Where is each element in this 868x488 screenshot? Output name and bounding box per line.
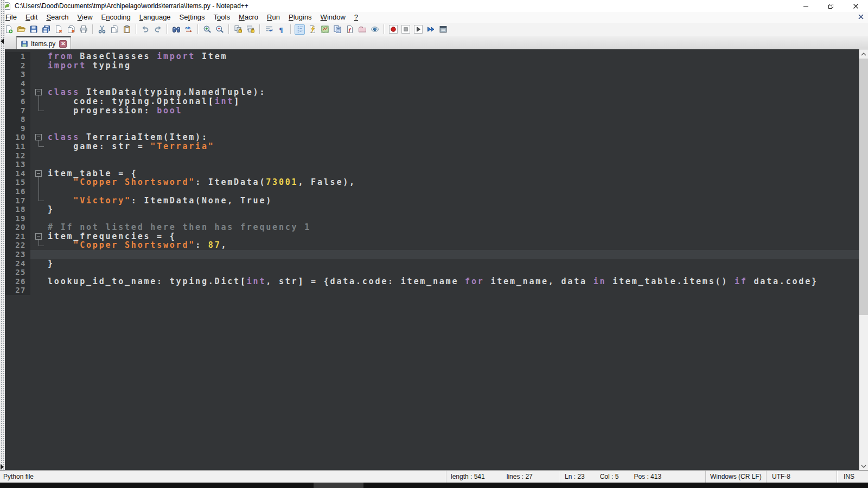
close-all-icon[interactable] (66, 24, 76, 35)
fold-margin-cell (30, 223, 48, 232)
code-line-5[interactable]: 5class ItemData(typing.NamedTuple): (5, 88, 859, 97)
code-line-3[interactable]: 3 (5, 70, 859, 79)
scrollbar-up-icon[interactable] (859, 49, 868, 59)
sync-scroll-horizontal-icon[interactable] (245, 24, 256, 35)
scrollbar-down-icon[interactable] (859, 461, 868, 471)
code-line-14[interactable]: 14item_table = { (5, 169, 859, 178)
show-all-characters-icon[interactable]: ¶ (276, 24, 286, 35)
find-icon[interactable] (171, 24, 181, 35)
menu-view[interactable]: View (73, 12, 97, 23)
code-line-15[interactable]: 15 "Copper Shortsword": ItemData(73001, … (5, 178, 859, 187)
tab-close-icon[interactable]: ✕ (59, 40, 67, 48)
fold-collapse-icon[interactable] (35, 89, 42, 95)
code-line-24[interactable]: 24} (5, 259, 859, 268)
fold-collapse-icon[interactable] (35, 170, 42, 177)
code-line-20[interactable]: 20# If not listed here then has frequenc… (5, 223, 859, 232)
code-line-16[interactable]: 16 (5, 187, 859, 196)
fold-margin-cell[interactable] (30, 88, 48, 97)
code-line-8[interactable]: 8 (5, 115, 859, 124)
monitoring-icon[interactable] (369, 24, 380, 35)
code-line-7[interactable]: 7 progression: bool (5, 106, 859, 115)
macro-stop-icon[interactable] (400, 24, 411, 35)
open-file-icon[interactable] (16, 24, 26, 35)
zoom-in-icon[interactable] (202, 24, 212, 35)
tab-items-py[interactable]: Items.py ✕ (16, 36, 71, 50)
fold-collapse-icon[interactable] (35, 233, 42, 240)
save-file-icon[interactable] (28, 24, 39, 35)
code-line-9[interactable]: 9 (5, 124, 859, 133)
fold-margin-cell[interactable] (30, 232, 48, 241)
status-pos: Pos : 413 (634, 473, 661, 480)
redo-icon[interactable] (152, 24, 163, 35)
print-icon[interactable] (78, 24, 88, 35)
close-button[interactable] (843, 0, 868, 12)
restore-button[interactable] (818, 0, 843, 12)
macro-run-multiple-icon[interactable] (425, 24, 436, 35)
minimize-button[interactable] (793, 0, 818, 12)
code-line-13[interactable]: 13 (5, 160, 859, 169)
paste-icon[interactable] (122, 24, 132, 35)
code-text (48, 250, 859, 259)
word-wrap-icon[interactable] (264, 24, 274, 35)
document-close-icon[interactable] (857, 13, 865, 21)
code-line-12[interactable]: 12 (5, 151, 859, 160)
code-line-11[interactable]: 11 game: str = "Terraria" (5, 142, 859, 151)
grip-arrow-left-icon[interactable] (1, 38, 4, 44)
code-line-18[interactable]: 18} (5, 205, 859, 214)
menu-settings[interactable]: Settings (175, 12, 209, 23)
function-list-icon[interactable]: f (344, 24, 355, 35)
code-line-17[interactable]: 17 "Victory": ItemData(None, True) (5, 196, 859, 206)
menu-help[interactable]: ? (350, 12, 362, 23)
zoom-out-icon[interactable] (214, 24, 225, 35)
menu-window[interactable]: Window (316, 12, 350, 23)
code-line-23[interactable]: 23 (5, 250, 859, 259)
menu-tools[interactable]: Tools (209, 12, 234, 23)
menu-language[interactable]: Language (135, 12, 175, 23)
code-line-21[interactable]: 21item_frequencies = { (5, 232, 859, 241)
scrollbar-thumb[interactable] (859, 59, 868, 315)
document-map-icon[interactable] (320, 24, 330, 35)
folder-as-workspace-icon[interactable] (357, 24, 367, 35)
code-line-26[interactable]: 26lookup_id_to_name: typing.Dict[int, st… (5, 277, 859, 286)
toolbar-separator (167, 24, 167, 34)
fold-margin-cell[interactable] (30, 169, 48, 178)
menu-run[interactable]: Run (263, 12, 284, 23)
menu-search[interactable]: Search (42, 12, 73, 23)
menu-edit[interactable]: Edit (21, 12, 42, 23)
code-line-1[interactable]: 1from BaseClasses import Item (5, 52, 859, 61)
show-indent-guide-icon[interactable] (295, 24, 305, 35)
code-line-6[interactable]: 6 code: typing.Optional[int] (5, 97, 859, 106)
code-line-25[interactable]: 25 (5, 268, 859, 277)
undo-icon[interactable] (140, 24, 150, 35)
define-language-icon[interactable] (307, 24, 317, 35)
save-all-icon[interactable] (41, 24, 51, 35)
code-line-10[interactable]: 10class TerrariaItem(Item): (5, 133, 859, 142)
copy-icon[interactable] (109, 24, 119, 35)
editor-surface[interactable]: 1from BaseClasses import Item2import typ… (5, 49, 859, 471)
menu-macro[interactable]: Macro (234, 12, 263, 23)
vertical-scrollbar[interactable] (859, 49, 868, 471)
dock-grip[interactable] (0, 0, 5, 484)
cut-icon[interactable] (97, 24, 107, 35)
document-list-icon[interactable] (332, 24, 342, 35)
fold-line-end (39, 246, 44, 246)
replace-icon[interactable]: ab (183, 24, 194, 35)
code-line-27[interactable]: 27 (5, 286, 859, 295)
grip-arrow-right-icon[interactable] (1, 464, 4, 470)
macro-save-icon[interactable] (438, 24, 448, 35)
code-line-4[interactable]: 4 (5, 79, 859, 88)
fold-collapse-icon[interactable] (35, 134, 42, 140)
fold-margin-cell[interactable] (30, 133, 48, 142)
menu-plugins[interactable]: Plugins (284, 12, 316, 23)
macro-playback-icon[interactable] (413, 24, 423, 35)
sync-scroll-vertical-icon[interactable] (233, 24, 243, 35)
close-file-icon[interactable] (53, 24, 63, 35)
code-line-22[interactable]: 22 "Copper Shortsword": 87, (5, 241, 859, 250)
menu-encoding[interactable]: Encoding (97, 12, 135, 23)
line-number: 27 (5, 286, 30, 295)
code-line-2[interactable]: 2import typing (5, 61, 859, 70)
code-line-19[interactable]: 19 (5, 214, 859, 223)
fold-line-end (39, 146, 44, 147)
code-text: "Copper Shortsword": ItemData(73001, Fal… (48, 178, 859, 187)
macro-record-icon[interactable] (388, 24, 398, 35)
